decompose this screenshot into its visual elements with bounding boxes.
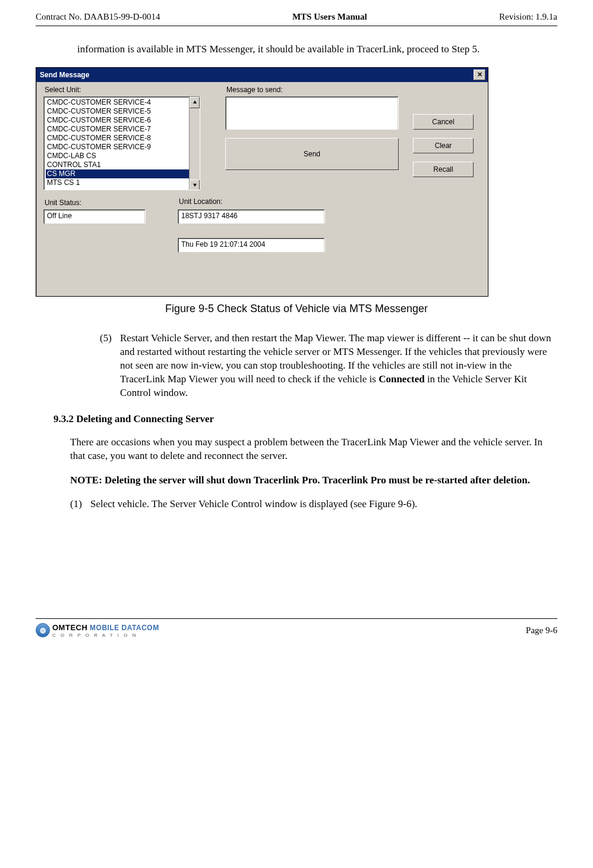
unit-status-label: Unit Status: [45, 199, 81, 207]
timestamp-field: Thu Feb 19 21:07:14 2004 [178, 238, 325, 252]
recall-button[interactable]: Recall [413, 162, 474, 177]
list-item[interactable]: CMDC-CUSTOMER SERVICE-7 [46, 125, 198, 134]
send-button[interactable]: Send [225, 138, 399, 170]
svg-marker-0 [193, 100, 197, 103]
list5-bold: Connected [378, 373, 424, 385]
list1-text: Select vehicle. The Server Vehicle Contr… [90, 498, 417, 511]
unit-location-field: 18STJ 9317 4846 [178, 209, 325, 224]
close-icon[interactable]: ✕ [474, 70, 485, 80]
figure-caption: Figure 9-5 Check Status of Vehicle via M… [36, 303, 557, 315]
globe-icon: ◍ [36, 623, 50, 637]
list-item[interactable]: CONTROL STA1 [46, 161, 198, 169]
dialog-title: Send Message [40, 71, 89, 79]
intro-paragraph: information is available in MTS Messenge… [77, 43, 557, 56]
header-right: Revision: 1.9.1a [499, 12, 557, 22]
list-item[interactable]: MTS CS 1 [46, 178, 198, 187]
list-item[interactable]: CMDC-CUSTOMER SERVICE-9 [46, 143, 198, 152]
cancel-button[interactable]: Cancel [413, 114, 474, 130]
logo-text-mobile-datacom: MOBILE DATACOM [90, 624, 159, 632]
clear-button[interactable]: Clear [413, 138, 474, 153]
list-item[interactable]: CS MGR [46, 169, 198, 178]
list-item-5: (5) Restart Vehicle Server, and then res… [100, 332, 557, 400]
list-item[interactable]: CMDC-CUSTOMER SERVICE-4 [46, 98, 198, 107]
scroll-down-icon[interactable] [190, 180, 200, 190]
list-number: (5) [100, 332, 120, 400]
header-left: Contract No. DAAB15-99-D-0014 [36, 12, 160, 22]
logo-text-omtech: OMTECH [52, 623, 87, 632]
list-number: (1) [70, 498, 90, 511]
header-center: MTS Users Manual [292, 12, 367, 22]
listbox-scrollbar[interactable] [189, 97, 200, 190]
header-rule [36, 26, 557, 26]
list-item[interactable]: CMDC-CUSTOMER SERVICE-6 [46, 116, 198, 125]
message-textarea[interactable] [225, 96, 399, 130]
svg-marker-1 [193, 184, 197, 187]
message-to-send-label: Message to send: [226, 86, 283, 94]
page-number: Page 9-6 [526, 625, 557, 636]
send-message-dialog: Send Message ✕ Select Unit: Message to s… [36, 67, 488, 297]
list-item[interactable]: CMDC-LAB CS [46, 152, 198, 161]
unit-listbox[interactable]: CMDC-CUSTOMER SERVICE-4CMDC-CUSTOMER SER… [43, 96, 200, 190]
footer-logo: ◍ OMTECH MOBILE DATACOM C O R P O R A T … [36, 622, 159, 638]
section-heading: 9.3.2 Deleting and Connecting Server [53, 413, 557, 425]
list-item[interactable]: CMDC-CUSTOMER SERVICE-5 [46, 107, 198, 116]
section-paragraph: There are occasions when you may suspect… [70, 436, 557, 463]
select-unit-label: Select Unit: [45, 86, 81, 94]
footer-rule [36, 618, 557, 619]
unit-status-field: Off Line [43, 209, 146, 224]
unit-location-label: Unit Location: [179, 197, 222, 206]
note-paragraph: NOTE: Deleting the server will shut down… [70, 474, 557, 488]
logo-subtext: C O R P O R A T I O N [52, 633, 159, 638]
list-item[interactable]: CMDC-CUSTOMER SERVICE-8 [46, 134, 198, 143]
scroll-up-icon[interactable] [190, 97, 200, 108]
